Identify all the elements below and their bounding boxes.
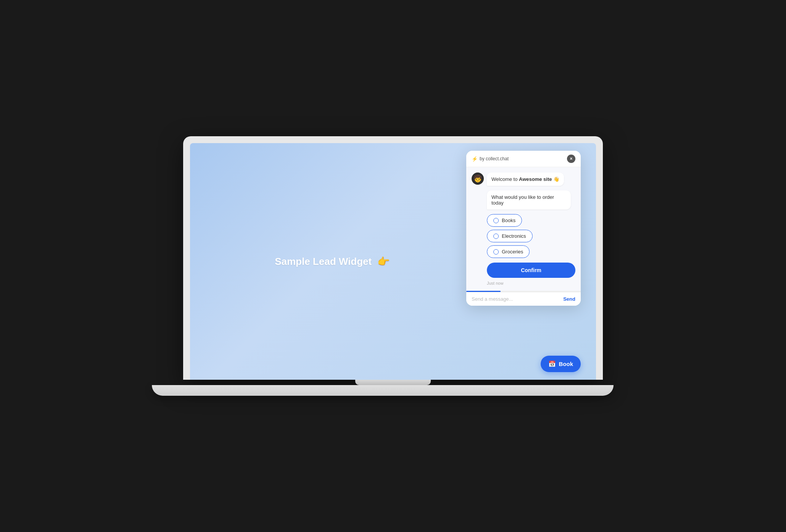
option-groceries[interactable]: Groceries — [487, 245, 530, 258]
bot-avatar: 🧒 — [472, 172, 484, 185]
brand-text: by collect.chat — [480, 156, 509, 161]
laptop-screen-outer: Sample Lead Widget 👉 ⚡ by collect.chat × — [183, 136, 603, 380]
book-button[interactable]: 📅 Book — [541, 356, 581, 372]
option-circle-groceries — [493, 249, 499, 255]
order-bubble: What would you like to order today — [487, 190, 571, 210]
chat-progress-bar — [466, 291, 501, 292]
main-content: Sample Lead Widget 👉 — [275, 256, 390, 268]
chat-widget: ⚡ by collect.chat × 🧒 Welcome to Awesome… — [466, 151, 581, 306]
send-button[interactable]: Send — [563, 296, 575, 302]
message-input-placeholder[interactable]: Send a message... — [472, 296, 563, 302]
option-books[interactable]: Books — [487, 214, 522, 227]
laptop-base — [152, 385, 614, 396]
option-circle-electronics — [493, 234, 499, 239]
wave-emoji: 👋 — [553, 176, 559, 182]
bolt-icon: ⚡ — [472, 156, 478, 162]
welcome-bubble: Welcome to Awesome site 👋 — [487, 172, 564, 186]
close-button[interactable]: × — [567, 155, 575, 163]
option-electronics[interactable]: Electronics — [487, 230, 533, 242]
welcome-prefix: Welcome to — [491, 176, 519, 182]
welcome-message-row: 🧒 Welcome to Awesome site 👋 — [472, 172, 575, 186]
option-electronics-label: Electronics — [502, 233, 526, 239]
site-name: Awesome site — [519, 176, 552, 182]
laptop-container: Sample Lead Widget 👉 ⚡ by collect.chat × — [183, 136, 603, 396]
page-title-text: Sample Lead Widget — [275, 256, 372, 267]
book-label: Book — [559, 361, 573, 367]
book-icon: 📅 — [548, 360, 556, 368]
option-books-label: Books — [502, 218, 515, 223]
chat-messages: 🧒 Welcome to Awesome site 👋 What would y… — [466, 167, 581, 291]
order-question-row: What would you like to order today — [472, 190, 575, 210]
page-title: Sample Lead Widget 👉 — [275, 256, 390, 268]
chat-footer: Send a message... Send — [466, 292, 581, 306]
option-circle-books — [493, 218, 499, 223]
options-container: Books Electronics Groceries Confirm — [487, 214, 575, 278]
chat-header: ⚡ by collect.chat × — [466, 151, 581, 167]
laptop-notch — [355, 380, 431, 385]
pointing-emoji: 👉 — [377, 256, 390, 267]
chat-brand: ⚡ by collect.chat — [472, 156, 509, 162]
laptop-screen: Sample Lead Widget 👉 ⚡ by collect.chat × — [190, 143, 596, 380]
timestamp: Just now — [487, 281, 575, 285]
avatar-emoji: 🧒 — [474, 174, 482, 183]
option-groceries-label: Groceries — [502, 249, 523, 255]
chat-progress — [466, 291, 581, 292]
confirm-button[interactable]: Confirm — [487, 263, 575, 278]
